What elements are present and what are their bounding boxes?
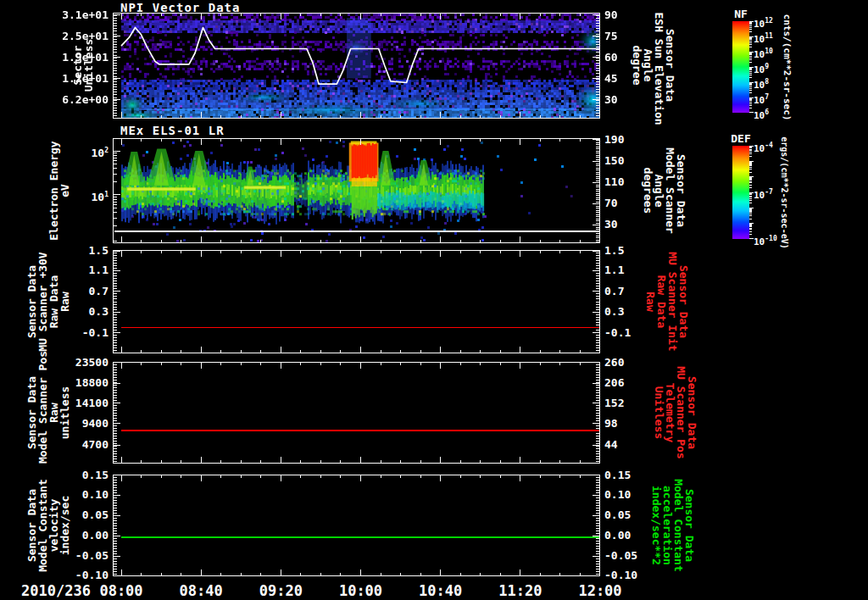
y-tick-right-p0: 30 xyxy=(604,94,665,106)
y-tick-left-p4: -0.05 xyxy=(24,550,108,562)
y-tick-left-p3: 23500 xyxy=(24,357,108,369)
panel-axes-p3 xyxy=(113,362,600,464)
colorbar-tick-label: 106 xyxy=(754,108,769,118)
y-tick-right-p1: 190 xyxy=(604,134,665,146)
y-tick-right-p0: 90 xyxy=(604,9,665,21)
y-tick-right-p2: 0.3 xyxy=(604,306,665,318)
colorbar-tick-label: 1012 xyxy=(754,16,773,26)
colorbar-nf-units: cnts/(cm**2-sr-sec) xyxy=(782,13,793,123)
y-tick-right-p1: 110 xyxy=(604,176,665,188)
y-tick-left-p3: 9400 xyxy=(24,418,108,430)
colorbar-tick-label: 1010 xyxy=(754,47,773,57)
y-tick-right-p2: 1.1 xyxy=(604,264,665,276)
colorbar-tick-label: 10-10 xyxy=(754,234,777,244)
y-tick-right-p3: 44 xyxy=(604,439,665,451)
colorbar-nf xyxy=(732,21,749,113)
y-tick-left-p3: 14100 xyxy=(24,397,108,409)
y-tick-left-p2: -0.1 xyxy=(24,327,108,339)
panel2-title: MEx ELS-01 LR xyxy=(120,124,225,137)
colorbar-tick-label: 108 xyxy=(754,77,769,87)
x-tick-label: 08:40 xyxy=(180,582,223,599)
y-tick-left-p4: 0.10 xyxy=(24,489,108,501)
y-tick-right-p4: -0.05 xyxy=(604,550,665,562)
y-tick-right-p4: 0.00 xyxy=(604,530,665,542)
x-tick-label: 12:00 xyxy=(578,582,621,599)
panel-axes-p4 xyxy=(113,475,600,576)
y-tick-left-p0: 6.2e+00 xyxy=(24,94,108,106)
x-tick-label: 10:00 xyxy=(339,582,382,599)
y-tick-right-p2: 1.5 xyxy=(604,245,665,257)
x-tick-label: 08:00 xyxy=(99,582,142,599)
colorbar-tick-label: 107 xyxy=(754,92,769,103)
y-tick-right-p3: 260 xyxy=(604,357,665,369)
y-tick-left-p3: 4700 xyxy=(24,439,108,451)
y-tick-left-p1: 101 xyxy=(24,189,108,201)
y-tick-left-p0: 1.2e+01 xyxy=(24,73,108,85)
x-tick-label: 09:20 xyxy=(259,582,303,599)
y-tick-right-p2: -0.1 xyxy=(604,327,665,339)
exponent: 11 xyxy=(765,32,773,40)
exponent: 10 xyxy=(765,47,773,55)
exponent: 2 xyxy=(104,147,108,154)
y-tick-right-p0: 60 xyxy=(604,52,665,64)
y-tick-left-p4: -0.10 xyxy=(24,569,108,581)
plot-screen: NPI Vector Data MEx ELS-01 LR Sector Uni… xyxy=(0,0,868,600)
panel-els-spectrogram xyxy=(113,138,600,243)
panel-model-scanner-pos xyxy=(113,362,600,464)
y-tick-right-p2: 0.7 xyxy=(604,286,665,297)
exponent: -4 xyxy=(765,142,773,149)
y-tick-right-p3: 206 xyxy=(604,377,665,389)
panel-axes-p0 xyxy=(113,13,600,119)
y-tick-left-p2: 1.1 xyxy=(24,264,108,276)
panel-npi-spectrogram xyxy=(113,13,600,119)
colorbar-tick-label: 10-7 xyxy=(754,187,773,197)
y-tick-right-p4: 0.10 xyxy=(604,489,665,501)
exponent: -7 xyxy=(765,188,773,196)
y-tick-left-p4: 0.05 xyxy=(24,509,108,521)
y-tick-left-p4: 0.00 xyxy=(24,530,108,542)
y-tick-right-p1: 150 xyxy=(604,155,665,167)
colorbar-def xyxy=(732,146,749,239)
y-tick-left-p0: 1.9e+01 xyxy=(24,52,108,64)
y-tick-left-p3: 18800 xyxy=(24,377,108,389)
exponent: -10 xyxy=(765,235,776,242)
x-tick-label: 11:20 xyxy=(498,582,542,599)
exponent: 1 xyxy=(104,191,108,198)
y-tick-right-p0: 75 xyxy=(604,31,665,42)
x-tick-label: 10:40 xyxy=(419,582,462,599)
y-tick-left-p2: 0.3 xyxy=(24,306,108,318)
exponent: 6 xyxy=(765,108,769,116)
y-tick-right-p3: 152 xyxy=(604,397,665,409)
exponent: 8 xyxy=(765,78,769,86)
x-axis-date-label: 2010/236 xyxy=(17,582,95,599)
y-tick-left-p4: 0.15 xyxy=(24,469,108,481)
y-tick-right-p0: 45 xyxy=(604,73,665,85)
exponent: 9 xyxy=(765,63,769,70)
y-tick-left-p2: 0.7 xyxy=(24,286,108,297)
y-tick-left-p0: 2.5e+01 xyxy=(24,31,108,42)
panel-model-constant-velocity xyxy=(113,475,600,576)
colorbar-def-title: DEF xyxy=(726,132,755,145)
exponent: 12 xyxy=(765,17,773,25)
y-tick-right-p4: 0.15 xyxy=(604,469,665,481)
exponent: 7 xyxy=(765,93,769,101)
y-tick-left-p2: 1.5 xyxy=(24,245,108,257)
panel-mu-scanner-30v xyxy=(113,250,600,353)
y-tick-right-p4: -0.10 xyxy=(604,569,665,581)
colorbar-tick-label: 10-4 xyxy=(754,141,773,151)
y-tick-right-p4: 0.05 xyxy=(604,509,665,521)
colorbar-tick-label: 109 xyxy=(754,62,769,72)
y-tick-right-p1: 70 xyxy=(604,197,665,209)
panel-axes-p1 xyxy=(113,138,600,243)
y-tick-right-p1: 30 xyxy=(604,219,665,231)
y-tick-left-p0: 3.1e+01 xyxy=(24,9,108,21)
y-tick-left-p1: 102 xyxy=(24,145,108,157)
y-tick-right-p3: 98 xyxy=(604,418,665,430)
colorbar-nf-title: NF xyxy=(726,8,755,20)
colorbar-tick-label: 1011 xyxy=(754,31,773,42)
colorbar-def-units: ergs/(cm**2-sr-sec-eV) xyxy=(779,130,790,257)
panel-axes-p2 xyxy=(113,250,600,353)
